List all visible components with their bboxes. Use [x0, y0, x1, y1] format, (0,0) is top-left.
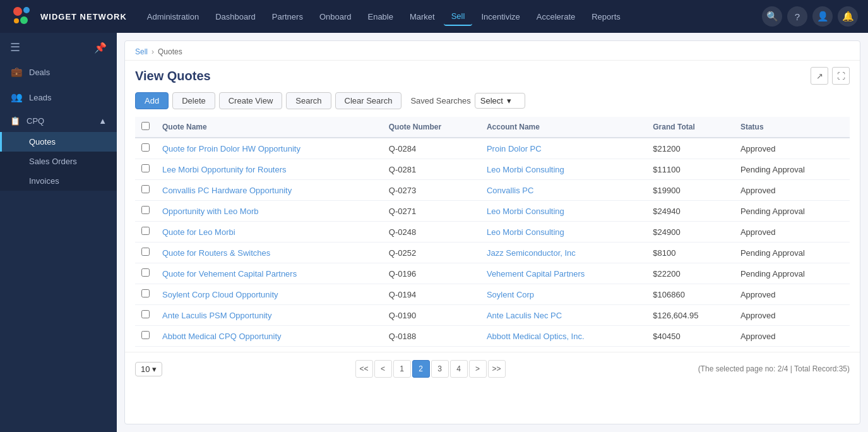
quote-name-link-9[interactable]: Abbott Medical CPQ Opportunity	[162, 332, 282, 341]
create-view-button[interactable]: Create View	[219, 92, 283, 109]
per-page-select[interactable]: 10 ▾	[135, 362, 162, 376]
per-page-chevron-icon: ▾	[152, 364, 157, 374]
account-name-link-6[interactable]: Vehement Capital Partners	[487, 269, 585, 279]
account-name-link-2[interactable]: Convallis PC	[487, 186, 533, 195]
account-name-link-3[interactable]: Leo Morbi Consulting	[487, 207, 564, 216]
nav-reports[interactable]: Reports	[584, 8, 628, 25]
quote-name-link-8[interactable]: Ante Laculis PSM Opportunity	[162, 311, 271, 320]
notifications-icon-button[interactable]: 🔔	[838, 6, 858, 27]
quote-name-link-1[interactable]: Lee Morbi Opportunity for Routers	[162, 165, 287, 174]
quote-name-link-4[interactable]: Quote for Leo Morbi	[162, 227, 235, 237]
sidebar-sub-item-sales-orders[interactable]: Sales Orders	[0, 152, 117, 171]
help-icon-button[interactable]: ?	[787, 6, 807, 27]
logo-text: WIDGET NETWORK	[40, 12, 127, 21]
row-checkbox-1[interactable]	[141, 164, 150, 172]
row-checkbox-cell	[135, 138, 156, 159]
account-name-link-9[interactable]: Abbott Medical Optics, Inc.	[487, 332, 585, 341]
row-checkbox-6[interactable]	[141, 268, 150, 277]
account-name-link-4[interactable]: Leo Morbi Consulting	[487, 227, 564, 237]
nav-dashboard[interactable]: Dashboard	[208, 8, 263, 25]
row-quote-name-3: Opportunity with Leo Morb	[156, 201, 383, 222]
row-account-name-3: Leo Morbi Consulting	[480, 201, 646, 222]
row-account-name-0: Proin Dolor PC	[480, 138, 646, 159]
nav-sell[interactable]: Sell	[444, 8, 473, 26]
page-btn->>[interactable]: >>	[488, 360, 506, 378]
sidebar-item-deals[interactable]: 💼 Deals	[0, 59, 117, 85]
row-checkbox-9[interactable]	[141, 331, 150, 339]
sidebar-hamburger-icon[interactable]: ☰	[10, 40, 20, 54]
col-account-name: Account Name	[480, 117, 646, 138]
nav-enable[interactable]: Enable	[360, 8, 400, 25]
row-checkbox-3[interactable]	[141, 206, 150, 214]
page-btn-3[interactable]: 3	[431, 360, 449, 378]
row-quote-name-1: Lee Morbi Opportunity for Routers	[156, 159, 383, 180]
account-name-link-7[interactable]: Soylent Corp	[487, 290, 534, 299]
row-account-name-7: Soylent Corp	[480, 284, 646, 305]
logo-icon	[10, 4, 35, 29]
row-quote-name-5: Quote for Routers & Switches	[156, 243, 383, 263]
saved-searches-label: Saved Searches	[410, 96, 470, 105]
search-icon-button[interactable]: 🔍	[762, 6, 782, 27]
page-btn-<<[interactable]: <<	[355, 360, 373, 378]
row-checkbox-8[interactable]	[141, 310, 150, 318]
pagination-controls: <<<1234>>>	[355, 360, 506, 378]
row-checkbox-2[interactable]	[141, 185, 150, 193]
col-quote-number: Quote Number	[383, 117, 480, 138]
account-name-link-8[interactable]: Ante Laculis Nec PC	[487, 311, 562, 320]
account-name-link-0[interactable]: Proin Dolor PC	[487, 144, 542, 153]
sidebar-pin-icon[interactable]: 📌	[94, 42, 107, 54]
quote-name-link-5[interactable]: Quote for Routers & Switches	[162, 248, 270, 258]
clear-search-button[interactable]: Clear Search	[335, 92, 402, 109]
quote-name-link-7[interactable]: Soylent Corp Cloud Opportunity	[162, 290, 278, 299]
sidebar-sub-item-quotes[interactable]: Quotes	[0, 132, 117, 152]
row-quote-number-5: Q-0252	[383, 243, 480, 263]
search-button[interactable]: Search	[286, 92, 331, 109]
row-checkbox-4[interactable]	[141, 227, 150, 235]
row-checkbox-cell	[135, 284, 156, 305]
nav-partners[interactable]: Partners	[265, 8, 311, 25]
nav-incentivize[interactable]: Incentivize	[473, 8, 527, 25]
delete-button[interactable]: Delete	[172, 92, 215, 109]
row-quote-number-1: Q-0281	[383, 159, 480, 180]
page-btn->[interactable]: >	[469, 360, 487, 378]
page-btn-4[interactable]: 4	[450, 360, 468, 378]
logo[interactable]: WIDGET NETWORK	[10, 4, 127, 29]
row-checkbox-7[interactable]	[141, 289, 150, 297]
fullscreen-icon-button[interactable]: ⛶	[832, 67, 850, 85]
quote-name-link-0[interactable]: Quote for Proin Dolor HW Opportunity	[162, 144, 300, 153]
row-checkbox-cell	[135, 222, 156, 243]
saved-searches-select[interactable]: Select ▾	[475, 93, 525, 109]
quote-name-link-3[interactable]: Opportunity with Leo Morb	[162, 207, 258, 216]
row-checkbox-5[interactable]	[141, 248, 150, 256]
breadcrumb-sell-link[interactable]: Sell	[135, 47, 148, 56]
nav-administration[interactable]: Administration	[140, 8, 206, 25]
nav-market[interactable]: Market	[402, 8, 443, 25]
table-row: Opportunity with Leo Morb Q-0271 Leo Mor…	[135, 201, 850, 222]
user-icon-button[interactable]: 👤	[812, 6, 833, 27]
row-grand-total-8: $126,604.95	[646, 305, 734, 326]
page-btn-2[interactable]: 2	[412, 360, 430, 378]
page-btn-1[interactable]: 1	[393, 360, 411, 378]
row-checkbox-0[interactable]	[141, 143, 150, 152]
row-grand-total-9: $40450	[646, 326, 734, 347]
row-grand-total-7: $106860	[646, 284, 734, 305]
quote-name-link-6[interactable]: Quote for Vehement Capital Partners	[162, 269, 297, 279]
nav-onboard[interactable]: Onboard	[312, 8, 359, 25]
deals-icon: 💼	[10, 66, 23, 78]
page-btn-<[interactable]: <	[374, 360, 392, 378]
per-page-value: 10	[141, 364, 150, 374]
table-row: Quote for Proin Dolor HW Opportunity Q-0…	[135, 138, 850, 159]
account-name-link-1[interactable]: Leo Morbi Consulting	[487, 165, 564, 174]
sidebar-sub-item-invoices[interactable]: Invoices	[0, 171, 117, 191]
add-button[interactable]: Add	[135, 92, 169, 109]
nav-accelerate[interactable]: Accelerate	[529, 8, 583, 25]
sidebar-item-leads[interactable]: 👥 Leads	[0, 85, 117, 110]
export-icon-button[interactable]: ↗	[811, 67, 828, 85]
svg-point-3	[14, 18, 19, 23]
row-quote-name-6: Quote for Vehement Capital Partners	[156, 263, 383, 284]
select-all-checkbox[interactable]	[141, 122, 150, 130]
row-quote-number-9: Q-0188	[383, 326, 480, 347]
sidebar-item-cpq[interactable]: 📋 CPQ ▲	[0, 110, 117, 132]
account-name-link-5[interactable]: Jazz Semiconductor, Inc	[487, 248, 576, 258]
quote-name-link-2[interactable]: Convallis PC Hardware Opportunity	[162, 186, 292, 195]
